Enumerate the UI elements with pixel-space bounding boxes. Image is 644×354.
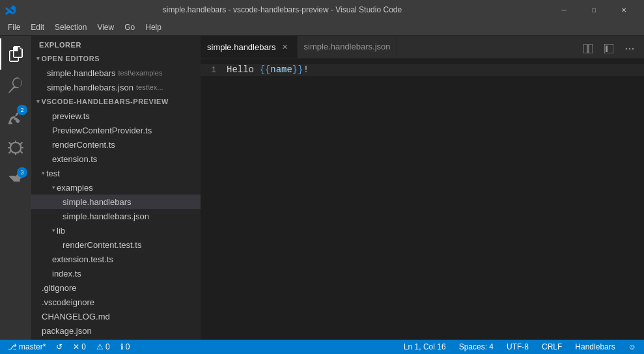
main-layout: 2 3 EXPLORER ▾ OPEN EDITORS simple.handl… <box>0 36 644 340</box>
menu-help[interactable]: Help <box>140 21 167 33</box>
info-count[interactable]: ℹ 0 <box>118 342 133 351</box>
activity-explorer[interactable] <box>0 38 31 70</box>
file-render-content-test[interactable]: renderContent.test.ts <box>31 238 201 252</box>
warning-icon: ⚠ <box>96 342 104 351</box>
line-ending-indicator[interactable]: CRLF <box>539 342 565 351</box>
file-preview-ts[interactable]: preview.ts <box>31 109 201 123</box>
file-package-json[interactable]: package.json <box>31 323 201 338</box>
more-actions-button[interactable] <box>621 40 639 58</box>
sidebar: EXPLORER ▾ OPEN EDITORS simple.handlebar… <box>31 36 201 340</box>
line-content-1: Hello {{name}}! <box>227 64 309 76</box>
window-title: simple.handlebars - vscode-handlebars-pr… <box>20 5 545 14</box>
status-bar: ⎇ master* ↺ ✕ 0 ⚠ 0 ℹ 0 Ln 1, Col 16 Spa… <box>0 340 644 354</box>
svg-rect-3 <box>606 46 608 52</box>
menu-go[interactable]: Go <box>119 21 140 33</box>
open-editor-json[interactable]: simple.handlebars.json test\ex... <box>31 80 201 94</box>
file-extension-test[interactable]: extension.test.ts <box>31 252 201 266</box>
project-section: ▾ VSCODE-HANDLEBARS-PREVIEW preview.ts P… <box>31 94 201 338</box>
split-editor-button[interactable] <box>579 40 597 58</box>
tab-label-json: simple.handlebars.json <box>304 42 391 51</box>
tab-close-handlebars[interactable]: ✕ <box>280 42 290 52</box>
explorer-title: EXPLORER <box>31 36 201 51</box>
warning-count[interactable]: ⚠ 0 <box>94 342 113 351</box>
source-control-badge: 2 <box>17 105 27 115</box>
activity-search[interactable] <box>0 70 31 101</box>
tab-simple-handlebars-json[interactable]: simple.handlebars.json <box>298 36 398 58</box>
code-editor[interactable]: 1 Hello {{name}}! <box>201 59 644 340</box>
status-right: Ln 1, Col 16 Spaces: 4 UTF-8 CRLF Handle… <box>401 342 639 351</box>
open-editors-header[interactable]: ▾ OPEN EDITORS <box>31 51 201 66</box>
file-render-content[interactable]: renderContent.ts <box>31 137 201 152</box>
branch-name: master* <box>19 342 46 351</box>
open-editor-handlebars[interactable]: simple.handlebars test\examples <box>31 66 201 80</box>
project-header[interactable]: ▾ VSCODE-HANDLEBARS-PREVIEW <box>31 94 201 109</box>
svg-point-6 <box>632 48 634 49</box>
menu-edit[interactable]: Edit <box>25 21 49 33</box>
language-indicator[interactable]: Handlebars <box>572 342 617 351</box>
menu-selection[interactable]: Selection <box>49 21 92 33</box>
minimize-button[interactable]: ─ <box>549 0 579 20</box>
activity-source-control[interactable]: 2 <box>0 101 31 132</box>
file-index[interactable]: index.ts <box>31 266 201 280</box>
close-button[interactable]: ✕ <box>609 0 639 20</box>
menu-view[interactable]: View <box>92 21 119 33</box>
code-line-1: 1 Hello {{name}}! <box>201 64 644 76</box>
activity-bar: 2 3 <box>0 36 31 340</box>
folder-examples[interactable]: ▾ examples <box>31 180 201 195</box>
svg-rect-0 <box>583 44 587 53</box>
file-preview-content-provider[interactable]: PreviewContentProvider.ts <box>31 123 201 137</box>
menu-bar: File Edit Selection View Go Help <box>0 20 644 36</box>
tab-simple-handlebars[interactable]: simple.handlebars ✕ <box>201 36 298 58</box>
branch-icon: ⎇ <box>8 342 17 351</box>
sync-button[interactable]: ↺ <box>53 342 65 351</box>
line-number-1: 1 <box>201 64 227 76</box>
sync-icon: ↺ <box>56 342 63 351</box>
info-icon: ℹ <box>120 342 124 351</box>
vscode-icon <box>5 5 16 15</box>
maximize-button[interactable]: □ <box>579 0 609 20</box>
error-count[interactable]: ✕ 0 <box>70 342 89 351</box>
editor-area: simple.handlebars ✕ simple.handlebars.js… <box>201 36 644 340</box>
folder-test[interactable]: ▾ test <box>31 166 201 180</box>
folder-lib[interactable]: ▾ lib <box>31 223 201 238</box>
error-icon: ✕ <box>73 342 79 351</box>
indent-type[interactable]: Spaces: 4 <box>456 342 496 351</box>
menu-file[interactable]: File <box>3 21 25 33</box>
file-changelog[interactable]: CHANGELOG.md <box>31 309 201 323</box>
svg-point-5 <box>629 48 630 49</box>
file-gitignore[interactable]: .gitignore <box>31 280 201 295</box>
extensions-badge: 3 <box>17 167 27 178</box>
window-controls: ─ □ ✕ <box>549 0 639 20</box>
tab-label-handlebars: simple.handlebars <box>207 42 276 52</box>
status-left: ⎇ master* ↺ ✕ 0 ⚠ 0 ℹ 0 <box>5 342 132 351</box>
encoding-indicator[interactable]: UTF-8 <box>504 342 531 351</box>
branch-indicator[interactable]: ⎇ master* <box>5 342 48 351</box>
file-simple-handlebars-json[interactable]: simple.handlebars.json <box>31 209 201 223</box>
svg-rect-1 <box>589 44 593 53</box>
file-vscodeignore[interactable]: .vscodeignore <box>31 295 201 309</box>
svg-point-4 <box>626 48 627 49</box>
cursor-position[interactable]: Ln 1, Col 16 <box>401 342 449 351</box>
tab-bar: simple.handlebars ✕ simple.handlebars.js… <box>201 36 644 59</box>
open-editors-section: ▾ OPEN EDITORS simple.handlebars test\ex… <box>31 51 201 94</box>
file-simple-handlebars[interactable]: simple.handlebars <box>31 195 201 209</box>
toggle-sidebar-button[interactable] <box>600 40 618 58</box>
tab-actions <box>574 40 644 58</box>
title-bar: simple.handlebars - vscode-handlebars-pr… <box>0 0 644 20</box>
activity-extensions[interactable]: 3 <box>0 163 31 195</box>
file-extension-ts[interactable]: extension.ts <box>31 152 201 166</box>
activity-debug[interactable] <box>0 132 31 163</box>
feedback-button[interactable]: ☺ <box>626 342 639 351</box>
